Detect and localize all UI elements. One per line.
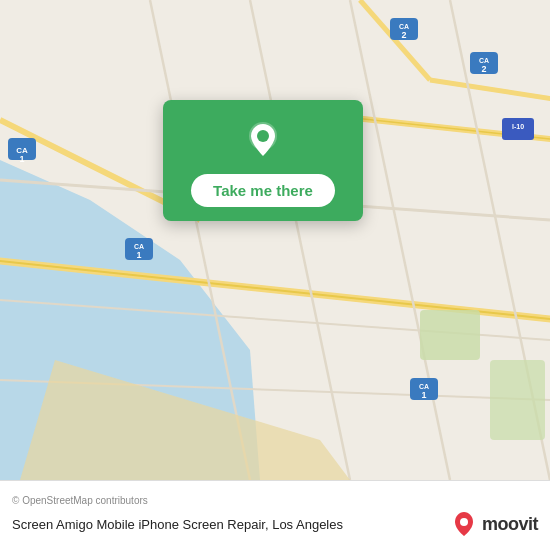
take-me-there-button[interactable]: Take me there: [191, 174, 335, 207]
location-card[interactable]: Take me there: [163, 100, 363, 221]
location-name: Screen Amigo Mobile iPhone Screen Repair…: [12, 517, 450, 532]
svg-text:2: 2: [481, 64, 486, 74]
svg-text:CA: CA: [419, 383, 429, 390]
svg-text:CA: CA: [134, 243, 144, 250]
map-container: CA 1 CA 1 CA 1 CA 2 CA 2 I-10 Take me th…: [0, 0, 550, 480]
svg-text:1: 1: [19, 154, 24, 164]
moovit-brand-icon: [450, 510, 478, 538]
svg-point-39: [257, 130, 269, 142]
svg-rect-19: [420, 310, 480, 360]
svg-text:I-10: I-10: [512, 123, 524, 130]
map-background: CA 1 CA 1 CA 1 CA 2 CA 2 I-10: [0, 0, 550, 480]
svg-text:1: 1: [136, 250, 141, 260]
svg-text:2: 2: [401, 30, 406, 40]
svg-text:CA: CA: [479, 57, 489, 64]
location-pin-icon: [241, 118, 285, 162]
svg-rect-20: [490, 360, 545, 440]
bottom-bar: © OpenStreetMap contributors Screen Amig…: [0, 480, 550, 550]
location-row: Screen Amigo Mobile iPhone Screen Repair…: [12, 510, 538, 538]
svg-point-40: [460, 518, 468, 526]
moovit-logo: moovit: [450, 510, 538, 538]
copyright-text: © OpenStreetMap contributors: [12, 495, 538, 506]
svg-text:CA: CA: [399, 23, 409, 30]
svg-text:1: 1: [421, 390, 426, 400]
moovit-brand-text: moovit: [482, 514, 538, 535]
